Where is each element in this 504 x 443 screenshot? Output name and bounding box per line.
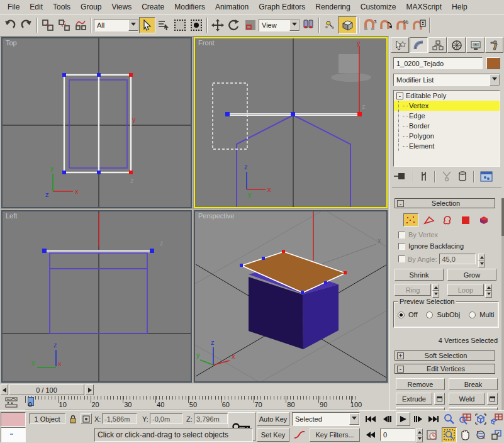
object-name-field[interactable]: 1_0200_Tejado — [393, 57, 483, 69]
stack-item-polygon[interactable]: Polygon — [394, 131, 500, 141]
preview-subobj-radio[interactable] — [426, 311, 433, 318]
by-vertex-row[interactable]: By Vertex — [398, 231, 438, 238]
by-vertex-checkbox[interactable] — [398, 232, 405, 238]
menu-animation[interactable]: Animation — [210, 1, 254, 13]
ring-button[interactable]: Ring — [395, 284, 431, 296]
viewport-top-label[interactable]: Top — [6, 39, 17, 47]
zoom-extents-icon[interactable] — [473, 412, 488, 427]
pin-stack-icon[interactable] — [393, 171, 407, 182]
key-filter-dropdown[interactable]: Selected — [292, 412, 360, 426]
select-by-name-icon[interactable] — [155, 17, 172, 33]
border-mode-icon[interactable] — [440, 213, 455, 227]
by-angle-row[interactable]: By Angle: 45,0 — [398, 254, 485, 264]
zoom-icon[interactable] — [442, 412, 457, 427]
play-animation-icon[interactable] — [396, 412, 410, 426]
menu-tools[interactable]: Tools — [48, 1, 76, 13]
x-coord-field[interactable]: -1,586m — [102, 413, 137, 424]
expand-icon[interactable]: + — [397, 352, 404, 359]
by-angle-spinner[interactable] — [478, 254, 485, 264]
viewport-left-canvas[interactable]: z z y x — [3, 211, 191, 381]
key-filter-arrow[interactable] — [349, 413, 359, 425]
unlink-selection-icon[interactable] — [56, 17, 72, 33]
menu-graph-editors[interactable]: Graph Editors — [254, 1, 310, 13]
select-and-move-icon[interactable] — [210, 17, 226, 33]
preview-off-radio[interactable] — [398, 311, 405, 318]
viewport-left[interactable]: Left z z y x — [1, 210, 192, 383]
spinner-snap-icon[interactable] — [411, 17, 427, 33]
edit-vertices-rollout-header[interactable]: - Edit Vertices — [395, 364, 495, 374]
stack-item-element[interactable]: Element — [394, 141, 500, 151]
weld-settings-button[interactable] — [487, 393, 498, 405]
next-frame-icon[interactable] — [412, 412, 425, 426]
collapse-icon[interactable]: - — [397, 200, 404, 207]
select-object-icon[interactable] — [139, 17, 155, 33]
selection-filter-arrow[interactable] — [128, 20, 138, 31]
ignore-backfacing-checkbox[interactable] — [398, 243, 405, 250]
shrink-button[interactable]: Shrink — [395, 269, 444, 281]
viewport-perspective-canvas[interactable]: x — [195, 211, 386, 381]
select-and-scale-icon[interactable] — [242, 17, 259, 33]
time-configuration-icon[interactable] — [425, 428, 438, 442]
remove-modifier-icon[interactable] — [457, 171, 468, 183]
roof-object[interactable] — [242, 252, 345, 349]
menu-edit[interactable]: Edit — [25, 1, 48, 13]
snap-3d-icon[interactable]: 3 — [362, 17, 378, 33]
time-slider-handle[interactable]: 0 / 100 — [9, 384, 84, 395]
current-frame-field[interactable]: 0 — [380, 429, 415, 441]
zoom-all-icon[interactable] — [457, 412, 473, 427]
menu-rendering[interactable]: Rendering — [310, 1, 355, 13]
stack-editable-poly[interactable]: - Editable Poly — [394, 91, 500, 101]
viewport-front[interactable]: Front y z z — [194, 37, 388, 208]
remove-button[interactable]: Remove — [396, 378, 445, 390]
vertex-mode-icon[interactable] — [403, 213, 418, 227]
menu-group[interactable]: Group — [76, 1, 106, 13]
extrude-button[interactable]: Extrude — [396, 393, 432, 405]
by-angle-field[interactable]: 45,0 — [439, 254, 476, 264]
pan-icon[interactable] — [457, 427, 473, 442]
use-pivot-point-center-icon[interactable] — [300, 17, 316, 33]
ignore-backfacing-row[interactable]: Ignore Backfacing — [398, 242, 464, 250]
loop-spinner[interactable] — [485, 284, 492, 296]
stack-item-edge[interactable]: Edge — [394, 111, 500, 121]
viewport-perspective[interactable]: Perspective x — [194, 210, 388, 383]
auto-key-button[interactable]: Auto Key — [257, 412, 289, 426]
tab-create[interactable] — [391, 37, 409, 53]
arc-rotate-icon[interactable] — [473, 427, 488, 442]
show-end-result-icon[interactable] — [420, 171, 428, 183]
preview-multi-label[interactable]: Multi — [479, 311, 494, 318]
panel-scrollbar[interactable] — [501, 198, 504, 410]
by-angle-checkbox[interactable] — [398, 255, 405, 262]
menu-customize[interactable]: Customize — [356, 1, 401, 13]
stack-item-vertex[interactable]: Vertex — [394, 101, 500, 111]
tab-motion[interactable] — [447, 37, 466, 53]
ring-spinner[interactable] — [432, 284, 439, 296]
set-key-button[interactable]: Set Key — [257, 428, 289, 442]
rectangular-selection-region-icon[interactable] — [172, 17, 188, 33]
element-mode-icon[interactable] — [476, 213, 491, 227]
object-color-swatch[interactable] — [486, 57, 500, 69]
menu-create[interactable]: Create — [137, 1, 169, 13]
select-and-rotate-icon[interactable] — [226, 17, 242, 33]
coordinate-system-arrow[interactable] — [289, 20, 300, 31]
stack-collapse-box[interactable]: - — [396, 93, 403, 99]
tab-display[interactable] — [466, 37, 484, 53]
viewport-top[interactable]: Top y z — [1, 37, 192, 208]
percent-snap-icon[interactable]: % — [395, 17, 411, 33]
soft-selection-rollout-header[interactable]: + Soft Selection — [395, 350, 495, 361]
viewport-left-label[interactable]: Left — [6, 212, 17, 220]
menu-help[interactable]: Help — [447, 1, 473, 13]
key-filters-button[interactable]: Key Filters... — [310, 428, 360, 442]
viewport-front-canvas[interactable]: y z z x y — [195, 38, 386, 207]
bind-to-space-warp-icon[interactable] — [72, 17, 89, 33]
track-bar[interactable]: 0102030405060708090100 — [0, 396, 389, 410]
weld-button[interactable]: Weld — [449, 393, 485, 405]
modifier-list-dropdown[interactable]: Modifier List — [393, 74, 500, 86]
selection-filter-dropdown[interactable]: All — [94, 19, 139, 31]
maxscript-mini-listener-white[interactable] — [1, 427, 26, 442]
undo-icon[interactable] — [2, 17, 18, 33]
menu-views[interactable]: Views — [106, 1, 137, 13]
polygon-mode-icon[interactable] — [458, 213, 473, 227]
viewport-perspective-label[interactable]: Perspective — [198, 212, 234, 220]
break-button[interactable]: Break — [449, 378, 498, 390]
make-unique-icon[interactable] — [441, 171, 454, 183]
